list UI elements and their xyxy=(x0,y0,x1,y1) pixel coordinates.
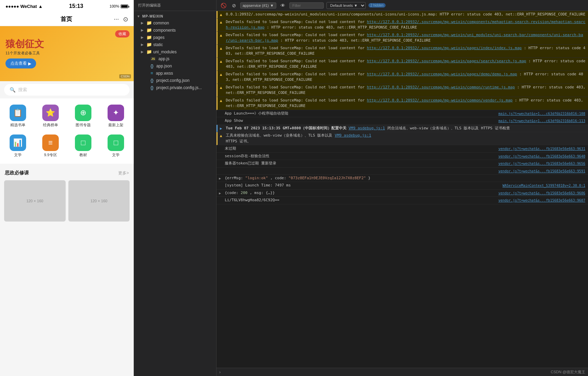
warning-icon: ▲ xyxy=(218,11,224,18)
expand-icon[interactable]: ▶ xyxy=(217,190,223,197)
tree-item-appjson[interactable]: {} app.json xyxy=(134,62,216,69)
console-prompt[interactable]: › xyxy=(219,370,221,375)
log-source[interactable]: main.js?t=wechat&s=1...c63df6b2316b816:1… xyxy=(497,110,588,117)
search-placeholder: 搜索 xyxy=(18,87,27,93)
tree-item-common[interactable]: ▶ 📁 common xyxy=(134,19,216,26)
warning-icon: ▲ xyxy=(218,97,224,110)
log-link[interactable]: http://127.0.0.1:20932/.sourcemap/mp-wei… xyxy=(367,59,526,63)
banner-cta-button[interactable]: 点击查看 ▶ xyxy=(5,58,36,68)
folder-pages-arrow: ▶ xyxy=(141,35,145,39)
icon-wenxue2: □ xyxy=(108,135,124,151)
signal-dots: ●●●●● xyxy=(5,4,19,9)
search-bar[interactable]: 🔍 搜索 xyxy=(4,84,130,96)
icon-wenxue1: 📊 xyxy=(10,135,26,151)
log-link[interactable]: http://127.0.0.1:20932/.sourcemap/mp-wei… xyxy=(367,46,522,50)
menu-dots-icon[interactable]: ··· xyxy=(114,15,119,23)
folder-common-icon: 📁 xyxy=(146,20,152,25)
log-link[interactable]: VM9 asdebug.js:1 xyxy=(335,133,371,138)
collect-button[interactable]: 收藏 xyxy=(115,30,130,37)
log-link[interactable]: VM9 asdebug.js:1 xyxy=(348,126,385,130)
icon-item-zuixin[interactable]: ✦ 最新上架 xyxy=(100,101,132,131)
icon-zuixin: ✦ xyxy=(108,105,124,121)
phone-status-bar: ●●●●● WeChat ▲ 15:13 100% xyxy=(0,0,134,12)
log-link[interactable]: http://127.0.0.1:20932/.sourcemap/mp-wei… xyxy=(367,85,515,89)
log-link[interactable]: http://127.0.0.1:20932/.sourcemap/mp-wei… xyxy=(367,98,513,103)
tree-item-components[interactable]: ▶ 📁 components xyxy=(134,26,216,34)
root-collapse-icon[interactable]: ▼ xyxy=(137,14,141,18)
filter-input[interactable] xyxy=(289,2,324,9)
banner-subtitle: 11个开发者必备工具 xyxy=(5,51,128,56)
banner-title: 猿创征文 xyxy=(5,39,128,50)
appservice-selector[interactable]: appservice (#1) ▼ xyxy=(240,2,276,9)
expand-icon[interactable]: ▶ xyxy=(217,175,223,182)
phone-simulator: ●●●●● WeChat ▲ 15:13 100% 首页 ··· ⊙ 收藏 猿创… xyxy=(0,0,134,376)
icon-item-99[interactable]: ≡ 9.9专区 xyxy=(34,131,67,161)
icon-item-jingxuan[interactable]: 📋 精选书单 xyxy=(1,101,34,131)
levels-selector[interactable]: Default levels ▼ xyxy=(326,2,366,9)
clock-display: 15:13 xyxy=(69,3,83,9)
log-source[interactable]: WAServiceMainContext_539974818v=2.30.0:1 xyxy=(501,182,588,189)
icon-jiaocai: □ xyxy=(75,135,91,151)
tree-item-appjs[interactable]: JS app.js xyxy=(134,55,216,62)
log-entry: 服务器token已过期 重新登录 vendor.js?t=wechat&s...… xyxy=(217,160,588,168)
tree-item-appwxss[interactable]: ≡ app.wxss xyxy=(134,69,216,77)
icon-item-wenxue1[interactable]: 📊 文学 xyxy=(1,131,34,161)
tree-item-uni-modules[interactable]: ▶ 📁 uni_modules xyxy=(134,48,216,55)
icon-label-jiaocai: 教材 xyxy=(79,152,87,158)
record-icon[interactable]: ⊙ xyxy=(123,15,128,23)
icon-item-zhuanti[interactable]: ⊕ 图书专题 xyxy=(67,101,100,131)
log-entry: ▲ DevTools failed to load SourceMap: Cou… xyxy=(217,84,588,97)
card-row: 120 × 160 120 × 160 xyxy=(0,178,134,226)
file-explorer: 打开的编辑器 ▼ MP-WEIXIN ▶ 📁 common ▶ 📁 compon… xyxy=(134,0,217,376)
search-icon: 🔍 xyxy=(10,87,15,93)
icon-zhuanti: ⊕ xyxy=(75,105,91,121)
icon-label-99: 9.9专区 xyxy=(44,152,57,158)
icon-item-jingdian[interactable]: ⭐ 经典榜单 xyxy=(34,101,67,131)
log-entry: ▲ DevTools failed to load SourceMap: Cou… xyxy=(217,32,588,45)
tree-item-project-private[interactable]: {} project.private.config.js... xyxy=(134,84,216,91)
log-source[interactable]: vendor.js?t=wechat&s...fb15683e56e663:96… xyxy=(497,197,588,204)
folder-pages-icon: 📁 xyxy=(146,35,152,40)
root-label: ▼ MP-WEIXIN xyxy=(134,12,216,19)
card-placeholder-2[interactable]: 120 × 160 xyxy=(68,180,130,222)
appservice-dropdown-icon: ▼ xyxy=(270,3,274,8)
eye-button[interactable]: 👁 xyxy=(279,2,287,9)
log-source[interactable]: vendor.js?t=wechat&s...fb15683e56e663:96… xyxy=(497,190,588,196)
log-entry: vendor.js?t=wechat&s...fb15683e56e663:95… xyxy=(217,168,588,175)
appservice-label: appservice (#1) xyxy=(243,3,269,8)
phone-navbar: 首页 ··· ⊙ xyxy=(0,12,134,26)
navbar-icons: ··· ⊙ xyxy=(114,15,128,23)
warning-icon: ▲ xyxy=(218,32,224,44)
tree-item-project-config[interactable]: {} project.config.json xyxy=(134,77,216,84)
icon-99: ≡ xyxy=(42,135,59,151)
console-log: ▲ 0.0.1:20932/.sourcemap/mp-weixin/uni_m… xyxy=(217,11,588,368)
log-link[interactable]: http://127.0.0.1:20932/.sourcemap/mp-wei… xyxy=(367,72,517,76)
wxss-icon-appwxss: ≡ xyxy=(151,71,153,76)
log-entry: App Launch===》小程序端自动登陆 main.js?t=wechat&… xyxy=(217,110,588,118)
icon-jingdian: ⭐ xyxy=(42,105,59,121)
tree-item-static[interactable]: ▶ 📁 static xyxy=(134,41,216,48)
log-source[interactable]: vendor.js?t=wechat&s...fb15683e56e663:96… xyxy=(497,160,588,167)
icon-item-wenxue2[interactable]: □ 文学 xyxy=(100,131,132,161)
log-entry: ▲ DevTools failed to load SourceMap: Cou… xyxy=(217,97,588,110)
icon-label-wenxue2: 文学 xyxy=(112,152,120,158)
battery-label: 100% xyxy=(110,4,119,8)
log-source[interactable]: vendor.js?t=wechat&s...fb15683e56e663:96… xyxy=(497,153,588,160)
tree-item-pages[interactable]: ▶ 📁 pages xyxy=(134,34,216,41)
log-entry: ▶ {errMsg: "login:ok" , code: "073z8EFa1… xyxy=(217,175,588,182)
status-left: ●●●●● WeChat ▲ xyxy=(5,4,43,9)
log-entry: 未过期 vendor.js?t=wechat&s...fb15683e56e66… xyxy=(217,145,588,153)
warning-icon: ▲ xyxy=(218,132,224,145)
section-more-button[interactable]: 更多> xyxy=(118,170,129,176)
warning-icon: ▲ xyxy=(218,84,224,97)
warning-icon: ▲ xyxy=(218,58,224,71)
card-placeholder-1[interactable]: 120 × 160 xyxy=(4,180,66,222)
stop-button[interactable]: ⊘ xyxy=(231,2,237,9)
clear-console-button[interactable]: 🚫 xyxy=(219,2,228,9)
log-source[interactable]: vendor.js?t=wechat&s...fb15683e56e663:95… xyxy=(497,168,588,174)
log-entry: session存在-校验合法性 vendor.js?t=wechat&s...f… xyxy=(217,153,588,160)
log-source[interactable]: vendor.js?t=wechat&s...fb15683e56e663:96… xyxy=(497,145,588,152)
icon-item-jiaocai[interactable]: □ 教材 xyxy=(67,131,100,161)
carrier-label: WeChat xyxy=(20,4,37,9)
log-source[interactable]: main.js?t=wechat&s=1...c63df6b2316b816:1… xyxy=(497,117,588,124)
